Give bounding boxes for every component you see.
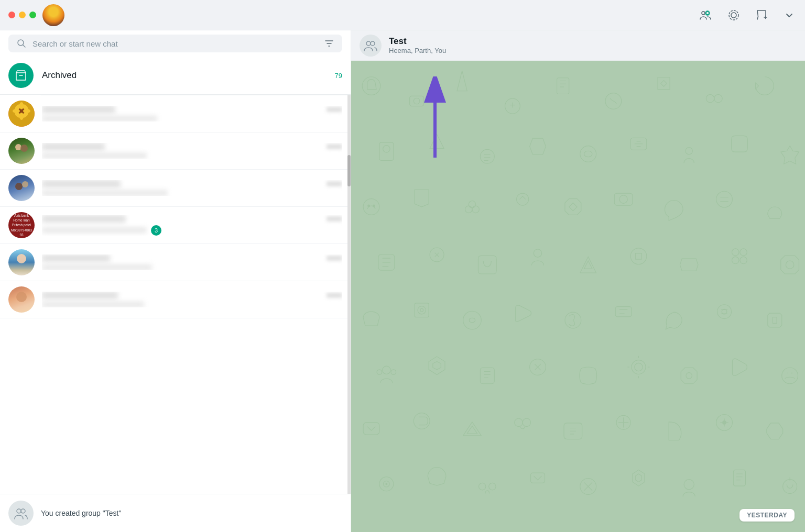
svg-point-85 (722, 420, 726, 425)
status-icon (727, 9, 740, 21)
svg-rect-67 (615, 307, 632, 317)
svg-point-0 (702, 12, 705, 15)
minimize-button[interactable] (19, 12, 26, 18)
avatar (8, 286, 35, 313)
chat-background: .wp-icon { fill: none; stroke: #5a9a5a; … (351, 61, 805, 532)
svg-point-6 (18, 40, 24, 46)
svg-rect-73 (480, 368, 494, 384)
menu-icon-button[interactable] (782, 8, 797, 23)
search-input[interactable] (32, 39, 318, 48)
svg-point-80 (414, 413, 430, 429)
sidebar: Archived 79 (0, 30, 351, 532)
filter-icon[interactable] (324, 39, 334, 48)
chat-list[interactable]: Axis bank Home loan Pritesh patel Mo:987… (0, 95, 351, 494)
chat-item[interactable]: Axis bank Home loan Pritesh patel Mo:987… (0, 207, 351, 244)
svg-point-22 (15, 183, 23, 190)
selfie-avatar (8, 286, 35, 313)
chat-panel: Test Heema, Parth, You .wp-icon { fill: … (351, 30, 805, 532)
new-chat-icon-button[interactable] (754, 7, 770, 24)
chat-item[interactable] (0, 281, 351, 318)
search-input-wrapper[interactable] (8, 35, 342, 52)
svg-point-41 (580, 146, 596, 162)
svg-point-45 (368, 205, 370, 207)
svg-rect-7 (16, 73, 26, 80)
svg-point-89 (478, 483, 485, 490)
chat-header: Test Heema, Parth, You (351, 30, 805, 61)
chat-header-avatar (360, 35, 382, 57)
svg-point-75 (635, 363, 643, 371)
svg-point-18 (8, 138, 35, 164)
svg-point-2 (706, 12, 709, 15)
svg-point-49 (469, 201, 475, 207)
svg-point-68 (717, 305, 732, 319)
status-icon-button[interactable] (725, 7, 742, 24)
top-bar-icons (697, 7, 797, 24)
sunflower-avatar (8, 101, 35, 127)
chat-name: Test (389, 36, 797, 47)
svg-point-59 (740, 249, 747, 256)
search-icon (17, 39, 26, 48)
group-icon (14, 506, 28, 520)
svg-point-37 (714, 94, 722, 102)
chat-content: 3 (42, 215, 342, 236)
svg-point-77 (686, 373, 692, 379)
community-icon-button[interactable] (697, 7, 714, 24)
chat-item[interactable] (0, 244, 351, 281)
chat-members: Heema, Parth, You (389, 47, 797, 54)
svg-point-28 (366, 41, 371, 46)
svg-point-23 (22, 181, 28, 187)
avatar (8, 175, 35, 201)
svg-point-19 (15, 144, 21, 150)
archived-icon-wrapper (8, 63, 34, 88)
close-button[interactable] (8, 12, 15, 18)
chat-header-info: Test Heema, Parth, You (389, 36, 797, 54)
scrollbar-thumb[interactable] (347, 155, 351, 186)
fullscreen-button[interactable] (29, 12, 36, 18)
svg-point-46 (373, 205, 375, 207)
archived-count: 79 (335, 72, 342, 80)
community-icon (699, 9, 712, 21)
svg-point-72 (391, 370, 396, 375)
chat-content (42, 292, 342, 307)
svg-point-71 (377, 370, 382, 375)
unread-badge: 3 (151, 225, 161, 236)
chat-item[interactable] (0, 95, 351, 132)
top-bar (0, 0, 805, 30)
svg-rect-91 (531, 473, 545, 483)
archived-row[interactable]: Archived 79 (0, 57, 351, 95)
svg-point-88 (385, 483, 387, 485)
chat-content (42, 254, 342, 270)
svg-point-36 (706, 94, 714, 102)
svg-point-90 (489, 483, 496, 490)
svg-point-93 (684, 480, 694, 490)
svg-point-62 (786, 261, 793, 269)
svg-point-81 (515, 418, 523, 426)
svg-point-26 (17, 509, 21, 513)
svg-point-58 (732, 249, 738, 256)
svg-point-64 (418, 306, 426, 314)
chevron-down-icon (784, 10, 795, 20)
main-layout: Archived 79 (0, 30, 805, 532)
yesterday-label: YESTERDAY (747, 512, 787, 519)
bottom-status-text: You created group "Test" (41, 509, 121, 517)
top-bar-left (8, 4, 64, 26)
scrollbar[interactable] (347, 95, 351, 494)
chat-item[interactable] (0, 170, 351, 207)
svg-point-20 (20, 145, 28, 152)
svg-point-44 (363, 199, 379, 215)
profile-avatar[interactable] (42, 4, 64, 26)
svg-point-5 (731, 13, 736, 18)
svg-point-56 (534, 249, 541, 257)
archive-icon (15, 69, 27, 82)
svg-point-43 (686, 148, 692, 154)
svg-rect-50 (517, 193, 529, 205)
svg-point-40 (480, 149, 494, 163)
group-header-icon (364, 39, 377, 52)
chat-item[interactable] (0, 132, 351, 170)
svg-marker-97 (427, 79, 443, 97)
svg-point-60 (732, 257, 738, 263)
svg-point-65 (420, 308, 423, 312)
svg-point-95 (783, 480, 797, 494)
archived-label: Archived (42, 70, 327, 81)
svg-point-52 (619, 195, 627, 203)
